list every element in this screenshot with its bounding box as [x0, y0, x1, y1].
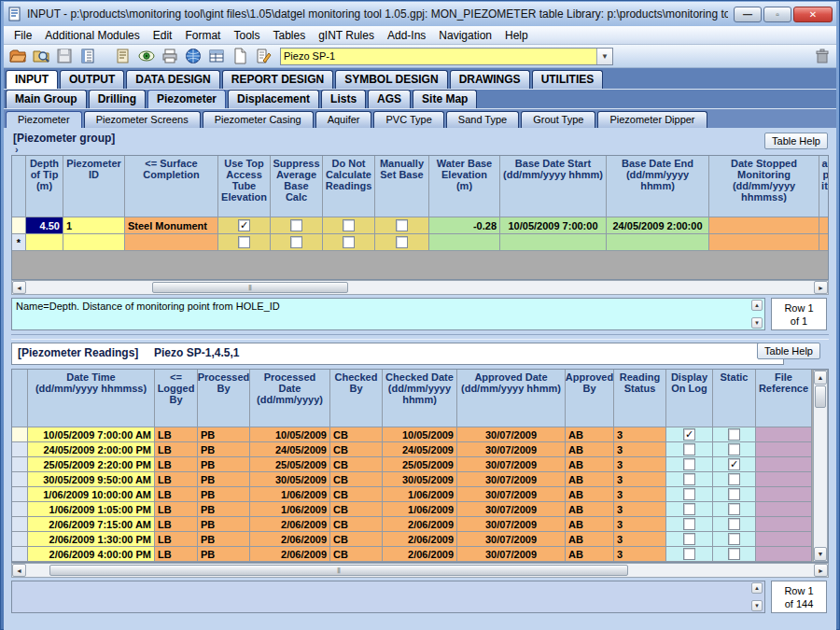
cell-reading-status[interactable]: 3	[614, 442, 666, 457]
cell-logged-by[interactable]: LB	[155, 547, 198, 562]
cell-display-on-log[interactable]	[666, 502, 713, 517]
checkbox-manually-set-base[interactable]	[396, 236, 408, 248]
cell-base-date-end[interactable]: 24/05/2009 2:00:00	[607, 217, 709, 234]
cell-reading-status[interactable]: 3	[614, 472, 666, 487]
cell-checked-date[interactable]: 2/06/2009	[383, 532, 457, 547]
cell-checked-date[interactable]: 1/06/2009	[383, 502, 457, 517]
cell-manually-set-base[interactable]	[375, 234, 429, 251]
trash-icon[interactable]	[812, 47, 833, 66]
cell-water-base-elevation[interactable]	[429, 234, 500, 251]
cell-processed-by[interactable]: PB	[198, 457, 250, 472]
save-icon[interactable]	[54, 47, 75, 66]
expand-arrow-icon[interactable]: ›	[11, 145, 829, 155]
cell-file-reference[interactable]	[756, 532, 812, 547]
cell-checked-by[interactable]: CB	[330, 517, 383, 532]
menu-item-tables[interactable]: Tables	[266, 27, 312, 44]
cell-processed-by[interactable]: PB	[198, 442, 250, 457]
cell-file-reference[interactable]	[756, 487, 812, 502]
cell-approved-date[interactable]: 30/07/2009	[457, 517, 566, 532]
cell-file-reference[interactable]	[756, 427, 812, 442]
checkbox-static[interactable]	[728, 443, 740, 455]
cell-reading-status[interactable]: 3	[614, 427, 666, 442]
cell-row-selector[interactable]	[12, 427, 28, 442]
checkbox-static[interactable]	[728, 428, 740, 441]
cell-file-reference[interactable]	[756, 547, 812, 562]
tab-piezometer-casing[interactable]: Piezometer Casing	[203, 111, 314, 128]
close-button[interactable]: ✕	[793, 7, 833, 22]
cell-checked-date[interactable]: 10/05/2009	[383, 427, 457, 442]
cell-row-selector[interactable]	[12, 442, 28, 457]
cell-static[interactable]	[713, 517, 756, 532]
scroll-right-icon[interactable]: ►	[814, 564, 828, 577]
cell-display-on-log[interactable]	[666, 442, 713, 457]
checkbox-static[interactable]: ✓	[728, 458, 740, 470]
cell-row-selector[interactable]	[12, 457, 28, 472]
cell-base-date-start[interactable]	[500, 234, 607, 251]
cell-approved-by[interactable]: AB	[566, 427, 614, 442]
cell-logged-by[interactable]: LB	[155, 487, 198, 502]
cell-checked-by[interactable]: CB	[330, 532, 383, 547]
tab-drilling[interactable]: Drilling	[89, 90, 146, 108]
checkbox-static[interactable]	[728, 533, 740, 545]
scroll-up-icon[interactable]: ▲	[814, 371, 827, 385]
maximize-button[interactable]: ▫	[763, 7, 791, 22]
cell-processed-date[interactable]: 24/05/2009	[250, 442, 330, 457]
cell-approved-by[interactable]: AB	[566, 442, 614, 457]
scroll-left-icon[interactable]: ◄	[12, 281, 26, 294]
tab-pvc-type[interactable]: PVC Type	[373, 111, 443, 128]
cell-processed-by[interactable]: PB	[198, 427, 250, 442]
cell-checked-date[interactable]: 1/06/2009	[383, 487, 457, 502]
cell-row-selector[interactable]	[12, 517, 28, 532]
cell-checked-date[interactable]: 25/05/2009	[383, 457, 457, 472]
lower-vertical-scrollbar[interactable]: ▲ ▼	[813, 370, 828, 562]
cell-checked-by[interactable]: CB	[330, 472, 383, 487]
new-document-icon[interactable]	[230, 47, 250, 66]
tab-sand-type[interactable]: Sand Type	[446, 111, 519, 128]
tab-lists[interactable]: Lists	[321, 90, 366, 108]
cell-file-reference[interactable]	[756, 502, 812, 517]
tab-utilities[interactable]: UTILITIES	[532, 70, 604, 89]
menu-item-edit[interactable]: Edit	[147, 27, 179, 44]
globe-icon[interactable]	[183, 47, 203, 66]
cell-processed-by[interactable]: PB	[198, 472, 250, 487]
cell-approved-date[interactable]: 30/07/2009	[457, 472, 566, 487]
tab-report-design[interactable]: REPORT DESIGN	[222, 70, 333, 89]
cell-approved-by[interactable]: AB	[566, 502, 614, 517]
cell-row-selector[interactable]	[12, 547, 28, 562]
cell-water-base-elevation[interactable]: -0.28	[429, 217, 500, 234]
checkbox-static[interactable]	[728, 473, 740, 485]
print-icon[interactable]	[160, 47, 180, 66]
cell-date-time[interactable]: 2/06/2009 4:00:00 PM	[28, 547, 155, 562]
cell-checked-by[interactable]: CB	[330, 457, 383, 472]
checkbox-do-not-calculate-readings[interactable]	[343, 236, 355, 248]
cell-processed-date[interactable]: 30/05/2009	[250, 472, 330, 487]
cell-approved-by[interactable]: AB	[566, 457, 614, 472]
cell-date-time[interactable]: 24/05/2009 2:00:00 PM	[28, 442, 155, 457]
checkbox-suppress-average-base-calc[interactable]	[290, 219, 302, 231]
upper-scroll-thumb[interactable]: ⦀	[152, 282, 348, 293]
cell-approved-date[interactable]: 30/07/2009	[457, 457, 566, 472]
cell-approved-by[interactable]: AB	[566, 547, 614, 562]
tab-piezometer[interactable]: Piezometer	[147, 90, 226, 108]
checkbox-display-on-log[interactable]	[683, 503, 695, 515]
cell-date-stopped-monitoring[interactable]	[709, 217, 819, 234]
checkbox-display-on-log[interactable]	[683, 518, 695, 530]
cell-display-on-log[interactable]	[666, 472, 713, 487]
cell-processed-by[interactable]: PB	[198, 532, 250, 547]
cell-piezometer-id[interactable]: 1	[63, 217, 125, 234]
cell-piezometer-id[interactable]	[63, 234, 125, 251]
cell-date-time[interactable]: 10/05/2009 7:00:00 AM	[28, 427, 155, 442]
cell-display-on-log[interactable]	[666, 532, 713, 547]
file-search-icon[interactable]	[31, 47, 51, 66]
cell-base-date-start[interactable]: 10/05/2009 7:00:00	[500, 217, 607, 234]
cell-processed-date[interactable]: 2/06/2009	[250, 517, 330, 532]
cell-date-time[interactable]: 2/06/2009 7:15:00 AM	[28, 517, 155, 532]
cell-partial-column[interactable]	[819, 234, 829, 251]
cell-static[interactable]	[713, 472, 756, 487]
minimize-button[interactable]: —	[734, 7, 762, 22]
cell-row-selector[interactable]: *	[12, 234, 26, 251]
cell-base-date-end[interactable]	[607, 234, 709, 251]
cell-reading-status[interactable]: 3	[614, 487, 666, 502]
cell-checked-by[interactable]: CB	[330, 502, 383, 517]
cell-approved-date[interactable]: 30/07/2009	[457, 547, 566, 562]
